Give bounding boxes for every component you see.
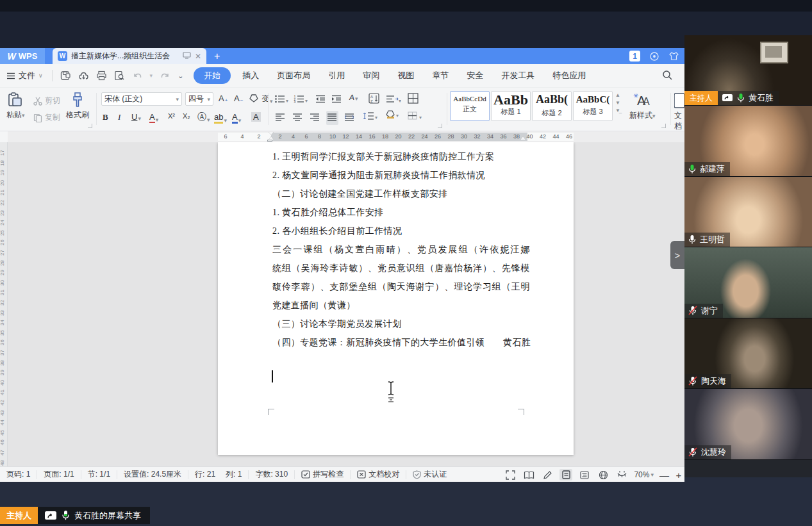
align-distribute-button[interactable] [344,111,356,125]
right-indent-marker[interactable] [520,136,526,140]
paragraph-layout-button[interactable]: ▾ [386,94,401,106]
styles-gallery-arrows[interactable]: ▲▼▼̲ [615,92,620,113]
paste-button[interactable]: 粘贴▾ [6,92,25,120]
horizontal-ruler[interactable]: 6422468101214161820222426283032343638404… [8,131,684,142]
close-tab-icon[interactable]: ✕ [195,52,201,61]
zoom-in-button[interactable]: + [674,470,683,481]
video-tile[interactable]: 郝建萍 [684,106,812,177]
new-style-button[interactable]: AA✳ 新样式▾ [629,92,656,121]
align-left-button[interactable] [274,111,286,125]
tab-page-layout[interactable]: 页面布局 [268,68,319,83]
collapse-strip-button[interactable]: > [670,241,684,269]
tab-insert[interactable]: 插入 [233,68,268,83]
help-icon[interactable] [649,51,659,62]
increase-indent-button[interactable] [331,94,342,106]
font-name-select[interactable]: 宋体 (正文)▾ [101,92,182,106]
group-expander-icon[interactable] [88,124,92,128]
wps-logo[interactable]: W WPS [0,48,45,64]
subscript-button[interactable]: X₂ [183,112,190,120]
clear-format-icon[interactable] [249,94,259,106]
align-right-button[interactable] [309,111,321,125]
align-justify-button[interactable] [326,111,338,125]
style-normal[interactable]: AaBbCcDd 正文 [450,91,490,121]
group-expander-icon[interactable] [661,124,666,128]
enclosed-char-button[interactable]: Ⓐ▾ [197,111,210,123]
video-tile[interactable]: 王明哲 [684,177,812,247]
tab-section[interactable]: 章节 [423,68,458,83]
underline-button[interactable]: U▾ [131,112,141,122]
tab-home[interactable]: 开始 [194,67,231,84]
search-icon[interactable] [662,70,673,83]
char-shading-button[interactable]: A [251,112,261,122]
status-page-code[interactable]: 页码: 1 [0,470,37,479]
bold-button[interactable]: B [103,112,108,122]
numbered-list-button[interactable]: 123▾ [294,94,308,106]
undo-button[interactable] [132,71,143,81]
first-line-indent-marker[interactable] [269,132,274,135]
highlight-button[interactable]: ab▾ [214,112,227,124]
tab-view[interactable]: 视图 [388,68,423,83]
certification-status[interactable]: 未认证 [406,470,453,479]
font-color-button[interactable]: A▾ [232,112,241,124]
status-setting[interactable]: 设置值: 24.5厘米 [117,470,188,479]
fullscreen-icon[interactable] [504,469,517,481]
outline-view-icon[interactable] [578,469,591,481]
web-view-icon[interactable] [597,469,609,481]
tab-special-features[interactable]: 特色应用 [543,68,595,83]
tab-security[interactable]: 安全 [458,68,492,83]
style-heading2[interactable]: AaBb( 标题 2 [532,91,572,121]
sort-button[interactable]: AZ [369,93,379,106]
group-expander-icon[interactable] [438,124,442,128]
status-section[interactable]: 节: 1/1 [81,470,117,479]
undo-dropdown-icon[interactable]: ▾ [150,72,153,79]
redo-button[interactable] [160,71,170,81]
document-page[interactable]: 1. 王明哲同学汇报支部关于新冠肺炎疫情防控工作方案2. 杨文萱同学通报为阻击新… [218,142,574,455]
tab-references[interactable]: 引用 [319,68,354,83]
skin-icon[interactable] [668,51,679,61]
video-tile[interactable]: 陶天海 [684,318,812,389]
superscript-button[interactable]: X² [168,112,175,120]
align-center-button[interactable] [292,111,304,125]
print-button[interactable] [96,70,107,81]
format-painter-button[interactable]: 格式刷 [66,92,89,120]
font-size-select[interactable]: 四号▾ [185,92,213,106]
toolbar-more-icon[interactable]: ⌄ [178,72,183,80]
tab-stop-button[interactable] [408,93,418,106]
tab-dev-tools[interactable]: 开发工具 [492,68,543,83]
video-tile[interactable]: 沈慧玲 [684,389,812,460]
print-preview-button[interactable] [114,70,125,81]
italic-button[interactable]: I [118,112,120,122]
line-spacing-button[interactable]: ▾ [363,111,378,122]
video-tile[interactable]: 谢宁 [684,247,812,318]
doc-tools-button[interactable]: 文档 [674,92,684,132]
video-tile-host[interactable]: 主持人 黄石胜 [684,35,812,106]
document-tab[interactable]: W 播主新媒体学...频组织生活会 ✕ [53,48,206,64]
bullet-list-button[interactable]: ▾ [274,94,288,106]
eye-protection-icon[interactable] [615,469,628,481]
file-menu[interactable]: 文件 ∨ [0,70,49,81]
shading-button[interactable]: ▾ [385,110,401,122]
new-tab-button[interactable]: + [214,51,220,62]
style-heading3[interactable]: AaBbC( 标题 3 [573,91,613,121]
copy-button[interactable]: 复制 [33,112,60,123]
style-heading1[interactable]: AaBb 标题 1 [491,91,531,121]
account-badge[interactable]: 1 [629,51,640,62]
left-indent-marker[interactable] [267,140,272,142]
char-border-button[interactable]: A▾ [149,112,158,123]
status-page[interactable]: 页面: 1/1 [37,470,81,479]
read-view-icon[interactable] [522,469,535,481]
zoom-level[interactable]: 70%▾ [634,470,654,479]
tab-review[interactable]: 审阅 [354,68,388,83]
spell-check-button[interactable]: 拼写检查 [295,470,351,479]
decrease-font-button[interactable]: A− [234,94,243,103]
vertical-ruler[interactable]: 1718192021222324252627282930313233343536… [0,142,8,466]
cut-button[interactable]: 剪切 [33,95,60,106]
status-word-count[interactable]: 字数: 310 [249,470,295,479]
document-area[interactable]: 1. 王明哲同学汇报支部关于新冠肺炎疫情防控工作方案2. 杨文萱同学通报为阻击新… [8,142,684,466]
save-button[interactable] [60,70,71,81]
doc-proof-button[interactable]: 文档校对 [351,470,406,479]
zoom-out-button[interactable]: — [659,470,668,481]
text-direction-button[interactable]: A▾ [349,93,358,102]
increase-font-button[interactable]: A+ [219,94,228,103]
write-mode-icon[interactable] [541,469,554,481]
